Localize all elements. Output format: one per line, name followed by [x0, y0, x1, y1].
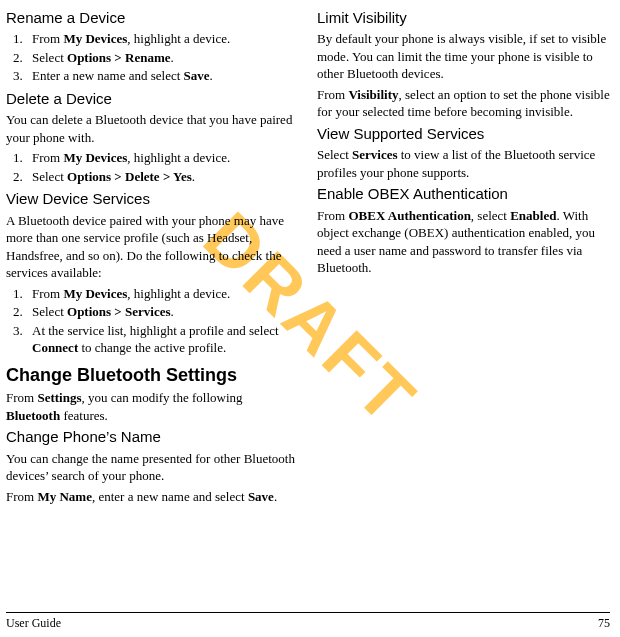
text-bold: Bluetooth	[6, 408, 60, 423]
text: .	[210, 68, 213, 83]
left-column: Rename a Device From My Devices, highlig…	[6, 6, 299, 600]
list-item: From My Devices, highlight a device.	[26, 149, 299, 167]
text: Enter a new name and select	[32, 68, 184, 83]
heading-view-supported-services: View Supported Services	[317, 124, 610, 144]
text: From	[6, 489, 37, 504]
list-item: Select Options > Delete > Yes.	[26, 168, 299, 186]
text: , highlight a device.	[127, 150, 230, 165]
paragraph: From Settings, you can modify the follow…	[6, 389, 299, 424]
text: From	[6, 390, 37, 405]
text: .	[192, 169, 195, 184]
text-bold: Enabled	[510, 208, 556, 223]
text: Select	[32, 169, 67, 184]
list-item: Enter a new name and select Save.	[26, 67, 299, 85]
text: , highlight a device.	[127, 286, 230, 301]
list-item: From My Devices, highlight a device.	[26, 285, 299, 303]
text-bold: My Devices	[63, 31, 127, 46]
text-bold: Services	[352, 147, 397, 162]
text: .	[170, 304, 173, 319]
right-column: Limit Visibility By default your phone i…	[317, 6, 610, 600]
heading-delete-device: Delete a Device	[6, 89, 299, 109]
page-number: 75	[598, 615, 610, 631]
paragraph: A Bluetooth device paired with your phon…	[6, 212, 299, 282]
paragraph: Select Services to view a list of the Bl…	[317, 146, 610, 181]
text-bold: OBEX Authentication	[348, 208, 470, 223]
text: , highlight a device.	[127, 31, 230, 46]
paragraph: You can delete a Bluetooth device that y…	[6, 111, 299, 146]
text-bold: Visibility	[348, 87, 398, 102]
text: From	[317, 208, 348, 223]
page-footer: User Guide 75	[6, 612, 610, 631]
text: From	[32, 31, 63, 46]
text-bold: Connect	[32, 340, 78, 355]
text-bold: My Devices	[63, 286, 127, 301]
paragraph: From Visibility, select an option to set…	[317, 86, 610, 121]
heading-change-phones-name: Change Phone’s Name	[6, 427, 299, 447]
text-bold: Options > Services	[67, 304, 170, 319]
paragraph: From OBEX Authentication, select Enabled…	[317, 207, 610, 277]
text: From	[32, 286, 63, 301]
text: , you can modify the following	[81, 390, 242, 405]
steps-rename-device: From My Devices, highlight a device. Sel…	[6, 30, 299, 85]
text: features.	[60, 408, 108, 423]
text: .	[274, 489, 277, 504]
text: From	[317, 87, 348, 102]
text: At the service list, highlight a profile…	[32, 323, 279, 338]
text: Select	[32, 304, 67, 319]
list-item: From My Devices, highlight a device.	[26, 30, 299, 48]
list-item: Select Options > Services.	[26, 303, 299, 321]
text: , enter a new name and select	[92, 489, 248, 504]
text: From	[32, 150, 63, 165]
footer-title: User Guide	[6, 615, 61, 631]
list-item: Select Options > Rename.	[26, 49, 299, 67]
steps-view-services: From My Devices, highlight a device. Sel…	[6, 285, 299, 357]
text-bold: My Name	[37, 489, 92, 504]
text-bold: Save	[248, 489, 274, 504]
heading-change-bluetooth-settings: Change Bluetooth Settings	[6, 363, 299, 387]
paragraph: You can change the name presented for ot…	[6, 450, 299, 485]
steps-delete-device: From My Devices, highlight a device. Sel…	[6, 149, 299, 185]
heading-enable-obex-authentication: Enable OBEX Authentication	[317, 184, 610, 204]
paragraph: From My Name, enter a new name and selec…	[6, 488, 299, 506]
text-bold: Settings	[37, 390, 81, 405]
heading-limit-visibility: Limit Visibility	[317, 8, 610, 28]
list-item: At the service list, highlight a profile…	[26, 322, 299, 357]
text-bold: Save	[184, 68, 210, 83]
text-bold: My Devices	[63, 150, 127, 165]
heading-rename-device: Rename a Device	[6, 8, 299, 28]
text-bold: Options > Delete > Yes	[67, 169, 192, 184]
text-bold: Options > Rename	[67, 50, 170, 65]
text: Select	[317, 147, 352, 162]
text: , select	[471, 208, 510, 223]
text: Select	[32, 50, 67, 65]
text: to change the active profile.	[78, 340, 226, 355]
paragraph: By default your phone is always visible,…	[317, 30, 610, 83]
heading-view-device-services: View Device Services	[6, 189, 299, 209]
text: .	[170, 50, 173, 65]
